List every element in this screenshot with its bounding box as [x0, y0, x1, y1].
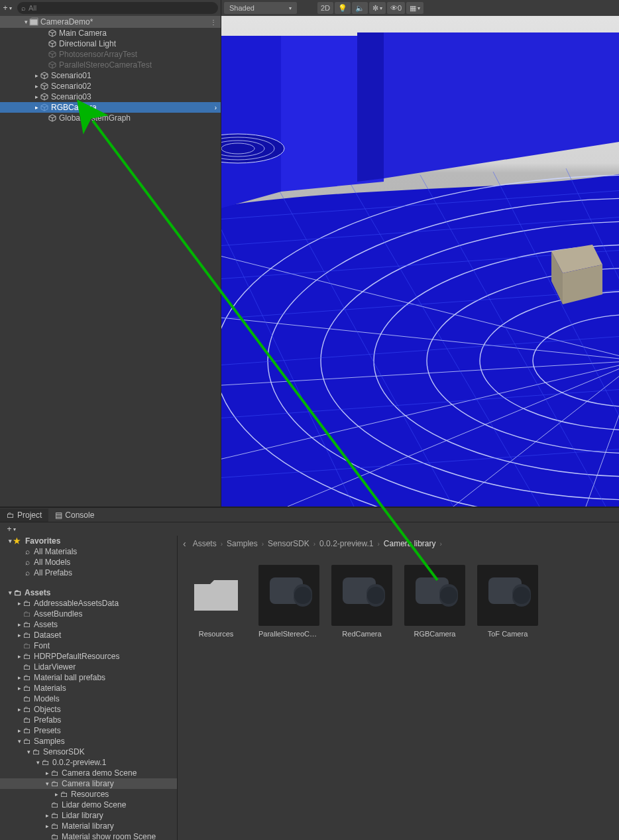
hierarchy-search-input[interactable]: ⌕ All	[17, 2, 218, 14]
kebab-icon[interactable]: ⋮	[210, 19, 217, 26]
breadcrumb-item[interactable]: Assets	[192, 539, 218, 548]
favorite-item[interactable]: ⌕All Materials	[0, 546, 177, 557]
foldout-icon[interactable]: ▸	[16, 685, 23, 691]
project-tree-item[interactable]: ▸🗀AddressableAssetsData	[0, 598, 177, 609]
asset-grid[interactable]: ResourcesParallelStereoCa...RedCameraRGB…	[178, 552, 619, 840]
foldout-icon[interactable]: ▸	[33, 83, 40, 90]
scene-lighting-toggle[interactable]: 💡	[335, 2, 351, 14]
foldout-icon[interactable]: ▸	[33, 104, 40, 111]
folder-icon: 🗀	[23, 673, 32, 682]
scene-2d-toggle[interactable]: 2D	[317, 2, 333, 14]
project-tree[interactable]: ▾ ★ Favorites ⌕All Materials ⌕All Models…	[0, 536, 178, 840]
foldout-icon[interactable]: ▸	[16, 706, 23, 713]
create-button[interactable]: +▾	[0, 1, 15, 15]
open-prefab-icon[interactable]: ›	[215, 104, 217, 111]
foldout-icon[interactable]: ▾	[34, 759, 41, 766]
asset-item[interactable]: RGBCamera	[403, 565, 467, 638]
breadcrumb-item[interactable]: SensorSDK	[266, 539, 311, 548]
foldout-icon[interactable]: ▸	[44, 812, 50, 819]
project-tree-item[interactable]: ▸🗀HDRPDefaultResources	[0, 651, 177, 662]
favorite-item[interactable]: ⌕All Prefabs	[0, 568, 177, 578]
hierarchy-item-selected[interactable]: ▸ RGBCamera ›	[0, 102, 221, 113]
foldout-icon[interactable]: ▾	[25, 749, 32, 755]
foldout-icon[interactable]: ▸	[16, 600, 23, 607]
foldout-icon[interactable]: ▸	[16, 653, 23, 660]
breadcrumb-item[interactable]: 0.0.2-preview.1	[318, 539, 374, 548]
project-tree-item[interactable]: 🗀Material show room Scene	[0, 831, 177, 840]
tab-console[interactable]: ▤ Console	[48, 509, 101, 522]
project-tree-item[interactable]: 🗀LidarViewer	[0, 662, 177, 672]
scene-root[interactable]: ▾ CameraDemo* ⋮	[0, 16, 221, 28]
project-tree-item[interactable]: ▾🗀Camera library	[0, 778, 177, 789]
folder-icon: 🗀	[23, 737, 32, 746]
foldout-icon[interactable]: ▾	[7, 538, 13, 544]
project-tree-item[interactable]: ▸🗀Material library	[0, 821, 177, 831]
foldout-icon[interactable]: ▸	[33, 93, 40, 100]
hierarchy-item[interactable]: ▸ Scenario01	[0, 70, 221, 81]
project-tree-item[interactable]: ▸🗀Materials	[0, 683, 177, 693]
asset-item[interactable]: ParallelStereoCa...	[257, 565, 321, 638]
project-tree-item[interactable]: ▸🗀Assets	[0, 619, 177, 630]
breadcrumb-item[interactable]: Samples	[225, 539, 259, 548]
project-tree-item[interactable]: ▸🗀Lidar library	[0, 810, 177, 821]
project-tree-item[interactable]: ▸🗀Dataset	[0, 630, 177, 640]
folder-icon: 🗀	[23, 684, 32, 693]
breadcrumb-item[interactable]: Camera library	[382, 539, 437, 548]
scene-grid-toggle[interactable]: ▦▾	[406, 2, 423, 14]
hierarchy-item[interactable]: ▸ Scenario03	[0, 91, 221, 102]
hierarchy-item[interactable]: Main Camera	[0, 28, 221, 38]
favorites-header[interactable]: ▾ ★ Favorites	[0, 536, 177, 546]
foldout-icon[interactable]: ▾	[16, 738, 23, 745]
asset-item[interactable]: Resources	[184, 565, 248, 638]
star-icon: ★	[13, 536, 21, 546]
scene-audio-toggle[interactable]: 🔈	[352, 2, 368, 14]
hierarchy-item[interactable]: Directional Light	[0, 38, 221, 49]
foldout-icon[interactable]: ▾	[44, 780, 50, 787]
hierarchy-item[interactable]: PhotosensorArrayTest	[0, 49, 221, 60]
scene-hidden-toggle[interactable]: 👁0	[387, 2, 405, 14]
project-tree-item[interactable]: 🗀Models	[0, 693, 177, 704]
gameobject-icon	[40, 82, 49, 90]
asset-item[interactable]: ToF Camera	[476, 565, 539, 638]
asset-item[interactable]: RedCamera	[330, 565, 394, 638]
project-tree-item[interactable]: 🗀AssetBundles	[0, 609, 177, 619]
project-tree-item[interactable]: ▾🗀0.0.2-preview.1	[0, 757, 177, 768]
hierarchy-item[interactable]: GlobalSystemGraph	[0, 113, 221, 123]
project-tree-item[interactable]: ▸🗀Presets	[0, 725, 177, 736]
project-tree-item[interactable]: ▸🗀Objects	[0, 704, 177, 715]
hierarchy-item[interactable]: ParallelStereoCameraTest	[0, 60, 221, 70]
assets-header[interactable]: ▾ 🗀 Assets	[0, 587, 177, 598]
foldout-icon[interactable]: ▸	[44, 823, 50, 829]
foldout-icon[interactable]: ▸	[16, 632, 23, 638]
project-tree-item[interactable]: 🗀Prefabs	[0, 715, 177, 725]
project-tree-item[interactable]: 🗀Lidar demo Scene	[0, 800, 177, 810]
tab-project[interactable]: 🗀 Project	[0, 509, 48, 522]
project-tree-item[interactable]: ▾🗀SensorSDK	[0, 747, 177, 757]
eye-slash-icon: 👁	[390, 4, 398, 12]
project-tree-item[interactable]: ▸🗀Camera demo Scene	[0, 768, 177, 778]
project-tree-item[interactable]: ▸🗀Resources	[0, 789, 177, 800]
favorite-item[interactable]: ⌕All Models	[0, 557, 177, 568]
foldout-icon[interactable]: ▸	[33, 72, 40, 79]
project-tree-item[interactable]: ▸🗀Material ball prefabs	[0, 672, 177, 683]
foldout-icon[interactable]: ▸	[53, 791, 60, 798]
foldout-icon[interactable]: ▾	[7, 589, 13, 596]
breadcrumb-back[interactable]: ‹	[182, 538, 188, 549]
foldout-icon[interactable]: ▸	[16, 674, 23, 681]
foldout-icon[interactable]: ▾	[23, 19, 29, 25]
asset-label: Resources	[186, 630, 247, 638]
prefab-thumb	[477, 565, 538, 626]
hierarchy-item[interactable]: 👁⬚ ▸ Scenario02	[0, 81, 221, 91]
project-tree-item[interactable]: ▾🗀Samples	[0, 736, 177, 747]
shading-mode-dropdown[interactable]: Shaded ▾	[224, 2, 297, 14]
foldout-icon[interactable]: ▸	[44, 770, 50, 776]
scene-view[interactable]	[221, 16, 619, 507]
project-tree-item[interactable]: 🗀Font	[0, 640, 177, 651]
folder-icon: 🗀	[23, 662, 32, 672]
foldout-icon[interactable]: ▸	[16, 621, 23, 628]
project-create-button[interactable]: +▾	[4, 522, 19, 536]
foldout-icon[interactable]: ▸	[16, 727, 23, 734]
scene-fx-dropdown[interactable]: ✼▾	[369, 2, 386, 14]
svg-point-35	[294, 587, 311, 604]
project-tree-label: Camera library	[60, 779, 114, 788]
